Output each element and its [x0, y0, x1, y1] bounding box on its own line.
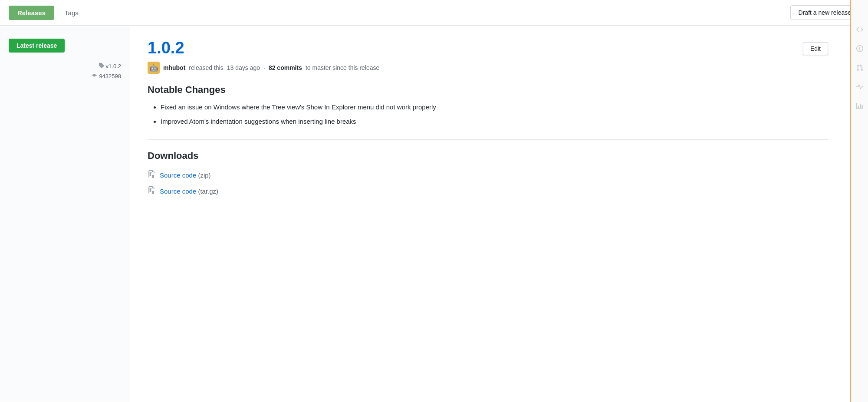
code-icon[interactable] [856, 26, 863, 35]
avatar: 🤖 [148, 62, 160, 74]
edit-release-button[interactable]: Edit [803, 42, 828, 55]
commit-ref-value: 9432598 [99, 71, 121, 81]
top-bar: Releases Tags Draft a new release [0, 0, 868, 26]
section-divider [148, 139, 828, 140]
commits-count: 82 commits [269, 64, 302, 71]
download-zip-label: Source code [160, 171, 196, 179]
release-header: 1.0.2 Edit [148, 39, 828, 57]
tab-releases[interactable]: Releases [9, 6, 54, 20]
download-zip-format: (zip) [198, 171, 210, 179]
download-targz-label: Source code [160, 188, 196, 195]
download-item-targz: Source code (tar.gz) [148, 186, 828, 196]
pr-icon[interactable] [856, 64, 863, 73]
released-text: released this [189, 64, 223, 71]
main-content: 1.0.2 Edit 🤖 mhubot released this 13 day… [130, 26, 850, 402]
release-author: mhubot [163, 64, 185, 71]
release-version-link[interactable]: 1.0.2 [148, 39, 184, 57]
tag-icon [99, 61, 104, 71]
download-item-zip: Source code (zip) [148, 170, 828, 180]
download-targz-link[interactable]: Source code (tar.gz) [160, 188, 218, 195]
release-meta: 🤖 mhubot released this 13 days ago · 82 … [148, 62, 828, 74]
commit-ref: 9432598 [9, 71, 121, 81]
targz-file-icon [148, 186, 155, 196]
main-layout: Latest release v1.0.2 9432598 [0, 26, 850, 402]
tab-tags[interactable]: Tags [56, 6, 87, 20]
change-item-1: Fixed an issue on Windows where the Tree… [161, 102, 828, 112]
downloads-title: Downloads [148, 150, 828, 161]
notable-changes-title: Notable Changes [148, 84, 828, 96]
commit-icon [92, 71, 97, 81]
zip-file-icon [148, 170, 155, 180]
latest-release-badge: Latest release [9, 39, 65, 53]
commits-suffix: to master since this release [306, 64, 379, 71]
separator: · [263, 64, 265, 71]
download-zip-link[interactable]: Source code (zip) [160, 171, 211, 179]
release-time-ago: 13 days ago [227, 64, 260, 71]
changes-list: Fixed an issue on Windows where the Tree… [148, 102, 828, 126]
sidebar-meta: v1.0.2 9432598 [9, 61, 121, 82]
draft-new-release-button[interactable]: Draft a new release [790, 5, 859, 20]
graph-icon[interactable] [856, 102, 863, 111]
right-sidebar-icons [850, 0, 868, 402]
download-targz-format: (tar.gz) [198, 188, 218, 195]
tag-ref: v1.0.2 [9, 61, 121, 71]
pulse-icon[interactable] [856, 83, 863, 92]
info-icon[interactable] [856, 45, 863, 54]
change-item-2: Improved Atom's indentation suggestions … [161, 117, 828, 127]
tag-ref-value: v1.0.2 [106, 61, 121, 71]
left-sidebar: Latest release v1.0.2 9432598 [0, 26, 130, 402]
